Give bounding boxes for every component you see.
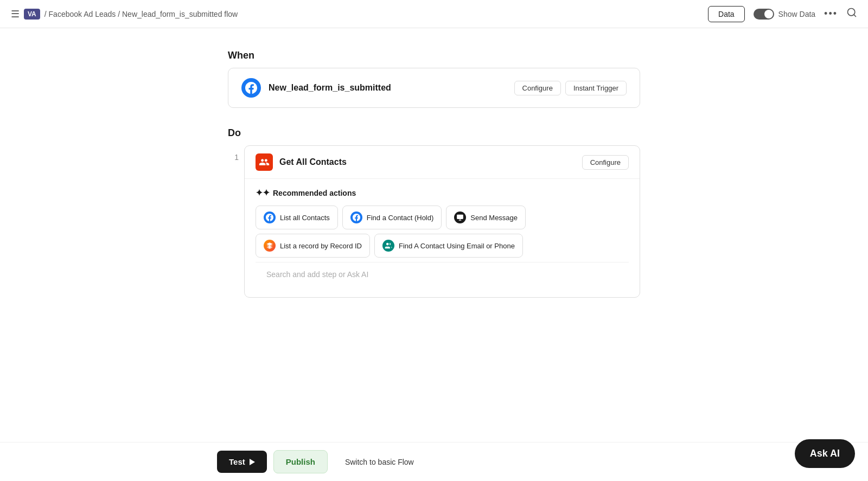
test-button[interactable]: Test: [217, 451, 267, 473]
find-contact-hold-button[interactable]: Find a Contact (Hold): [342, 206, 442, 229]
top-navigation: ☰ VA / Facebook Ad Leads / New_lead_form…: [0, 0, 868, 28]
nav-right: Data Show Data •••: [708, 6, 857, 22]
svg-rect-2: [457, 215, 463, 219]
sparkle-icon: ✦✦: [256, 188, 270, 198]
do-label: Do: [228, 127, 640, 139]
find-contact-email-icon: [382, 240, 394, 252]
send-message-label: Send Message: [470, 214, 518, 222]
instant-trigger-button[interactable]: Instant Trigger: [565, 81, 627, 95]
list-record-icon: [264, 240, 276, 252]
search-add-input[interactable]: [256, 262, 629, 286]
send-message-button[interactable]: Send Message: [446, 206, 526, 229]
list-contacts-icon: [264, 211, 276, 223]
trigger-card: New_lead_form_is_submitted Configure Ins…: [228, 68, 640, 108]
flow-container: When New_lead_form_is_submitted Configur…: [228, 50, 640, 298]
recommended-title: ✦✦ Recommended actions: [256, 188, 629, 198]
trigger-name: New_lead_form_is_submitted: [269, 83, 507, 93]
test-label: Test: [229, 457, 245, 466]
main-content: When New_lead_form_is_submitted Configur…: [0, 28, 868, 298]
step-row: 1 Get All Contacts Configure: [228, 145, 640, 298]
step-number: 1: [228, 145, 239, 162]
list-record-button[interactable]: List a record by Record ID: [256, 234, 370, 258]
step-title: Get All Contacts: [279, 157, 576, 167]
when-section: When New_lead_form_is_submitted Configur…: [228, 50, 640, 108]
list-contacts-label: List all Contacts: [280, 214, 330, 222]
find-contact-hold-label: Find a Contact (Hold): [367, 214, 434, 222]
play-icon: [250, 459, 255, 465]
nav-left: ☰ VA / Facebook Ad Leads / New_lead_form…: [11, 8, 238, 20]
breadcrumb: / Facebook Ad Leads / New_lead_form_is_s…: [44, 10, 238, 18]
configure-step-button[interactable]: Configure: [582, 155, 629, 170]
bottom-bar: Test Publish Switch to basic Flow: [0, 442, 868, 481]
facebook-trigger-icon: [241, 78, 261, 98]
list-contacts-button[interactable]: List all Contacts: [256, 206, 338, 229]
find-contact-hold-icon: [350, 211, 362, 223]
find-contact-email-button[interactable]: Find A Contact Using Email or Phone: [374, 234, 523, 258]
trigger-actions: Configure Instant Trigger: [514, 81, 627, 95]
find-contact-email-label: Find A Contact Using Email or Phone: [399, 242, 515, 250]
ask-ai-button[interactable]: Ask AI: [795, 439, 855, 468]
configure-trigger-button[interactable]: Configure: [514, 81, 561, 95]
svg-line-1: [854, 15, 856, 17]
list-record-label: List a record by Record ID: [280, 242, 362, 250]
show-data-toggle[interactable]: Show Data: [754, 9, 815, 20]
data-button[interactable]: Data: [708, 6, 745, 22]
hamburger-icon[interactable]: ☰: [11, 8, 20, 20]
when-label: When: [228, 50, 640, 61]
svg-point-5: [386, 243, 389, 246]
action-buttons-grid: List all Contacts Find a Con: [256, 206, 629, 258]
switch-basic-link[interactable]: Switch to basic Flow: [345, 458, 414, 466]
action-row-1: List all Contacts Find a Con: [256, 206, 629, 229]
do-section: Do 1 Get All Contacts Configure: [228, 127, 640, 298]
get-contacts-icon: [256, 153, 273, 171]
toggle-track[interactable]: [754, 9, 774, 20]
more-options-icon[interactable]: •••: [824, 8, 838, 20]
step-header: Get All Contacts Configure: [245, 146, 640, 179]
publish-button[interactable]: Publish: [273, 450, 328, 473]
toggle-thumb: [764, 10, 773, 18]
action-row-2: List a record by Record ID: [256, 234, 629, 258]
step-card: Get All Contacts Configure ✦✦ Recommende…: [244, 145, 640, 298]
send-message-icon: [454, 211, 466, 223]
show-data-label: Show Data: [778, 10, 815, 18]
search-icon[interactable]: [846, 7, 857, 21]
recommended-section: ✦✦ Recommended actions: [245, 179, 640, 297]
va-badge: VA: [24, 9, 40, 20]
